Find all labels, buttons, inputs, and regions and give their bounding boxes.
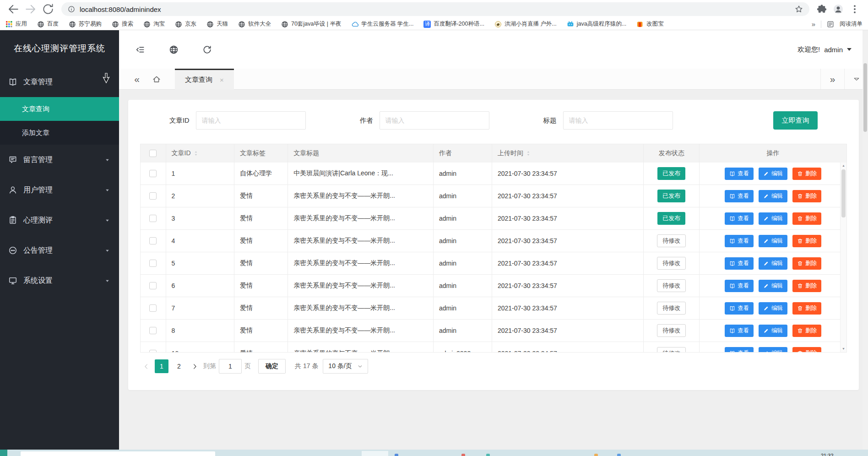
row-checkbox[interactable] [149, 170, 157, 177]
sidebar-item-assessment[interactable]: 心理测评 [0, 205, 119, 235]
bookmark-item[interactable]: 改图宝 [636, 20, 664, 28]
taskbar-window-button[interactable] [21, 451, 215, 456]
next-page-icon[interactable] [189, 359, 201, 373]
delete-button[interactable]: 删除 [792, 190, 821, 202]
bookmark-item[interactable]: java高级程序猿的... [567, 20, 626, 28]
bookmark-item[interactable]: 应用 [5, 20, 27, 28]
delete-button[interactable]: 删除 [792, 168, 821, 180]
bookmark-item[interactable]: 京东 [175, 20, 196, 28]
bookmark-item[interactable]: 学生云服务器 学生... [352, 20, 414, 28]
taskbar-icon[interactable] [395, 454, 398, 456]
edit-button[interactable]: 编辑 [759, 347, 787, 353]
prev-page-icon[interactable] [140, 359, 152, 373]
profile-avatar[interactable] [833, 4, 843, 14]
edit-button[interactable]: 编辑 [759, 257, 787, 270]
page-info-icon[interactable] [68, 5, 75, 13]
edit-button[interactable]: 编辑 [759, 325, 787, 337]
delete-button[interactable]: 删除 [792, 325, 821, 337]
edit-button[interactable]: 编辑 [759, 280, 787, 292]
edit-button[interactable]: 编辑 [759, 235, 787, 247]
bookmark-star-icon[interactable] [795, 5, 803, 13]
filter-title-input[interactable] [563, 111, 673, 130]
bookmark-item[interactable]: 天猫 [206, 20, 228, 28]
taskbar-icon[interactable] [461, 454, 465, 456]
bookmark-item[interactable]: 70套java毕设 | 半夜 [281, 20, 342, 28]
row-checkbox[interactable] [149, 192, 157, 200]
row-checkbox[interactable] [149, 215, 157, 222]
sidebar-subitem-article-query[interactable]: 文章查询 [0, 97, 119, 121]
bookmark-item[interactable]: 淘宝 [143, 20, 165, 28]
view-button[interactable]: 查看 [725, 257, 754, 270]
reading-list-label[interactable]: 阅读清单 [840, 20, 863, 28]
reading-list-icon[interactable] [827, 21, 834, 28]
sort-icon[interactable] [525, 150, 532, 157]
page-scrollbar-thumb[interactable] [863, 63, 867, 132]
refresh-icon[interactable] [202, 45, 212, 54]
taskbar-active-icon[interactable] [362, 451, 388, 456]
select-all-checkbox[interactable] [149, 150, 157, 157]
edit-button[interactable]: 编辑 [759, 190, 787, 202]
home-tab-icon[interactable] [152, 75, 161, 84]
sidebar-item-messages[interactable]: 留言管理 [0, 145, 119, 175]
page-size-select[interactable]: 10 条/页 [323, 359, 368, 374]
taskbar-accent-icon[interactable] [0, 450, 7, 456]
bookmark-item[interactable]: 苏宁易购 [69, 20, 102, 28]
edit-button[interactable]: 编辑 [759, 212, 787, 225]
delete-button[interactable]: 删除 [792, 280, 821, 292]
sidebar-item-announcements[interactable]: 公告管理 [0, 235, 119, 266]
delete-button[interactable]: 删除 [792, 302, 821, 315]
page-button-2[interactable]: 2 [172, 359, 186, 373]
taskbar-icon[interactable] [486, 454, 490, 456]
view-button[interactable]: 查看 [725, 235, 754, 247]
url-bar[interactable]: localhost:8080/adminindex [61, 2, 809, 16]
delete-button[interactable]: 删除 [792, 347, 821, 353]
search-button[interactable]: 立即查询 [773, 111, 818, 130]
bookmark-item[interactable]: 洪湖小肖直播 户外... [494, 20, 557, 28]
browser-reload-icon[interactable] [41, 2, 55, 16]
goto-page-input[interactable] [219, 359, 242, 374]
sidebar-item-users[interactable]: 用户管理 [0, 175, 119, 205]
taskbar-icon[interactable] [594, 454, 598, 456]
row-checkbox[interactable] [149, 350, 157, 353]
scroll-down-icon[interactable]: ▼ [841, 346, 846, 352]
filter-author-input[interactable] [380, 111, 489, 130]
sidebar-subitem-add-article[interactable]: 添加文章 [0, 121, 119, 145]
bookmark-item[interactable]: 搜索 [112, 20, 133, 28]
page-scrollbar[interactable] [863, 30, 868, 450]
browser-back-icon[interactable] [6, 2, 20, 16]
edit-button[interactable]: 编辑 [759, 168, 787, 180]
tabs-scroll-right-icon[interactable]: » [820, 69, 844, 89]
delete-button[interactable]: 删除 [792, 257, 821, 270]
view-button[interactable]: 查看 [725, 325, 754, 337]
extensions-icon[interactable] [817, 4, 827, 14]
collapse-sidebar-icon[interactable] [136, 45, 145, 54]
view-button[interactable]: 查看 [725, 302, 754, 315]
view-button[interactable]: 查看 [725, 347, 754, 353]
view-button[interactable]: 查看 [725, 212, 754, 225]
scroll-up-icon[interactable]: ▲ [841, 163, 846, 168]
edit-button[interactable]: 编辑 [759, 302, 787, 315]
user-menu[interactable]: 欢迎您! admin [797, 45, 852, 54]
filter-article-id-input[interactable] [196, 111, 306, 130]
row-checkbox[interactable] [149, 282, 157, 289]
bookmark-item[interactable]: 软件大全 [238, 20, 271, 28]
bookmark-item[interactable]: 百度 [37, 20, 59, 28]
view-button[interactable]: 查看 [725, 190, 754, 202]
table-scrollbar-thumb[interactable] [841, 169, 846, 217]
tab-close-icon[interactable]: × [220, 76, 224, 84]
confirm-button[interactable]: 确定 [258, 359, 286, 374]
sidebar-item-articles[interactable]: 文章管理 [0, 67, 119, 97]
tabs-scroll-left-icon[interactable]: « [129, 74, 145, 85]
row-checkbox[interactable] [149, 304, 157, 312]
bookmark-item[interactable]: 译百度翻译-200种语... [423, 20, 484, 28]
globe-icon[interactable] [169, 45, 179, 54]
table-scrollbar[interactable]: ▲ ▼ [840, 163, 846, 352]
row-checkbox[interactable] [149, 237, 157, 244]
bookmarks-overflow-icon[interactable]: » [812, 20, 815, 28]
row-checkbox[interactable] [149, 327, 157, 334]
delete-button[interactable]: 删除 [792, 235, 821, 247]
view-button[interactable]: 查看 [725, 168, 754, 180]
browser-menu-icon[interactable] [850, 4, 860, 14]
browser-forward-icon[interactable] [24, 2, 38, 16]
delete-button[interactable]: 删除 [792, 212, 821, 225]
